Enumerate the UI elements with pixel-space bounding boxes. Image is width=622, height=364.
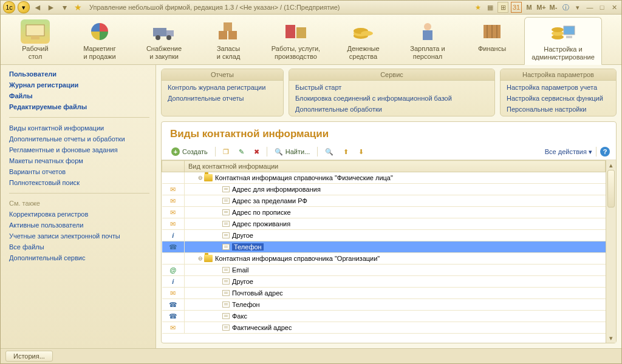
m-button[interactable]: M: [524, 2, 534, 12]
all-actions-button[interactable]: Все действия ▾: [545, 148, 592, 156]
delete-button[interactable]: ✖: [250, 147, 263, 157]
app-logo-icon[interactable]: 1c: [3, 1, 15, 13]
sidebar-item[interactable]: Пользователи: [9, 69, 149, 79]
scroll-down-icon[interactable]: ▾: [606, 333, 616, 343]
svg-point-6: [166, 35, 171, 40]
nav-dd-icon[interactable]: ▾: [59, 2, 70, 13]
module-stock[interactable]: Запасы и склад: [196, 17, 261, 64]
sidebar-item[interactable]: Регламентные и фоновые задания: [9, 144, 149, 155]
panel-item[interactable]: Контроль журнала регистрации: [162, 82, 283, 93]
module-desktop[interactable]: Рабочий стол: [3, 17, 67, 64]
row-label: Адрес для информирования: [232, 186, 321, 193]
sidebar-separator: [9, 193, 149, 194]
panel-item[interactable]: Быстрый старт: [289, 82, 494, 93]
table-row[interactable]: Другое: [162, 230, 606, 241]
row-label: Контактная информация справочника "Физич…: [215, 174, 393, 181]
sidebar-item[interactable]: Виды контактной информации: [9, 123, 149, 133]
row-type-icon: [162, 230, 185, 241]
table-row[interactable]: Email: [162, 265, 606, 276]
sidebar-item[interactable]: Дополнительные отчеты и обработки: [9, 133, 149, 144]
sidebar-item[interactable]: Полнотекстовый поиск: [9, 177, 149, 188]
table-row[interactable]: Адрес по прописке: [162, 207, 606, 218]
fav2-icon[interactable]: ★: [473, 2, 483, 12]
titlebar-right: ★ ▦ ⊞ 31 M M+ M- ⓘ ▾ — □ ✕: [473, 2, 619, 13]
panel-item[interactable]: Дополнительные обработки: [289, 104, 494, 115]
up-button[interactable]: ⬆: [340, 147, 352, 157]
svg-rect-4: [166, 30, 174, 36]
help-icon[interactable]: ?: [600, 147, 610, 157]
sidebar-item[interactable]: Макеты печатных форм: [9, 155, 149, 166]
item-icon: [222, 313, 230, 319]
table-row[interactable]: Фактический адрес: [162, 322, 606, 334]
minimize-icon[interactable]: —: [585, 2, 595, 12]
scroll-thumb[interactable]: [607, 170, 615, 207]
table-row[interactable]: Факс: [162, 311, 606, 322]
close-icon[interactable]: ✕: [609, 2, 619, 12]
window-title: Управление небольшой фирмой, редакция 1.…: [89, 4, 471, 11]
m-plus-button[interactable]: M+: [536, 2, 546, 12]
clear-search-button[interactable]: 🔍: [321, 147, 337, 157]
table-row[interactable]: Адрес проживания: [162, 218, 606, 230]
sidebar-item[interactable]: Дополнительный сервис: [9, 252, 149, 263]
col-icon[interactable]: [162, 161, 185, 172]
info-icon[interactable]: ⓘ: [561, 2, 570, 12]
sidebar-item[interactable]: Все файлы: [9, 241, 149, 252]
calendar-icon[interactable]: 31: [511, 2, 522, 13]
sidebar-item[interactable]: Корректировка регистров: [9, 209, 149, 220]
table-row[interactable]: Телефон: [162, 299, 606, 311]
table-row[interactable]: Телефон: [162, 241, 606, 253]
maximize-icon[interactable]: □: [597, 2, 607, 12]
dropdown-icon[interactable]: ▾: [18, 1, 30, 13]
table-wrap: Вид контактной информации ⊖Контактная ин…: [162, 160, 616, 343]
table-row[interactable]: Адрес для информирования: [162, 184, 606, 195]
sidebar-item[interactable]: Учетные записи электронной почты: [9, 231, 149, 241]
calc-icon[interactable]: ⊞: [497, 2, 508, 13]
sidebar-item[interactable]: Редактируемые файлы: [9, 101, 149, 112]
favorite-icon[interactable]: ★: [72, 2, 83, 13]
sidebar-item[interactable]: Журнал регистрации: [9, 79, 149, 90]
table-row[interactable]: ⊖Контактная информация справочника "Орга…: [162, 253, 606, 265]
edit-button[interactable]: ✎: [235, 147, 248, 157]
scroll-up-icon[interactable]: ▴: [606, 160, 616, 170]
copy-button[interactable]: ❐: [219, 147, 233, 157]
svg-rect-1: [31, 36, 39, 39]
info-dd-icon[interactable]: ▾: [573, 2, 583, 12]
panel-item[interactable]: Настройка сервисных функций: [501, 93, 616, 104]
col-header[interactable]: Вид контактной информации: [185, 161, 606, 172]
panel-item[interactable]: Дополнительные отчеты: [162, 93, 283, 104]
module-money[interactable]: Денежные средства: [331, 17, 395, 64]
down-button[interactable]: ⬇: [355, 147, 367, 157]
panel-header: Отчеты: [162, 69, 283, 81]
panel-item[interactable]: Блокировка соединений с информационной б…: [289, 93, 494, 104]
module-admin[interactable]: Настройка и администрирование: [524, 17, 602, 65]
history-button[interactable]: История...: [5, 351, 53, 362]
panel-item[interactable]: Персональные настройки: [501, 104, 616, 115]
table-row[interactable]: Адрес за пределами РФ: [162, 195, 606, 207]
svg-point-24: [552, 27, 564, 32]
table-row[interactable]: Другое: [162, 276, 606, 288]
separator: [317, 147, 318, 157]
module-supply[interactable]: Снабжение и закупки: [132, 17, 196, 64]
module-salary[interactable]: Зарплата и персонал: [395, 17, 460, 64]
module-marketing[interactable]: Маркетинг и продажи: [67, 17, 132, 64]
create-button[interactable]: + Создать: [168, 146, 211, 157]
m-minus-button[interactable]: M-: [549, 2, 558, 12]
sidebar-item[interactable]: Активные пользователи: [9, 220, 149, 231]
row-label: Почтовый адрес: [232, 289, 283, 297]
scrollbar-vertical[interactable]: ▴ ▾: [606, 160, 616, 343]
nav-fwd-icon[interactable]: ►: [46, 2, 56, 13]
titlebar: 1c ▾ ◄ ► ▾ ★ Управление небольшой фирмой…: [1, 1, 621, 15]
svg-rect-10: [285, 25, 295, 38]
expander-icon[interactable]: ⊖: [197, 175, 204, 181]
sidebar-item[interactable]: Варианты отчетов: [9, 166, 149, 177]
panel-item[interactable]: Настройка параметров учета: [501, 82, 616, 93]
doc-icon[interactable]: ▦: [485, 2, 495, 12]
table-row[interactable]: Почтовый адрес: [162, 288, 606, 299]
module-finance[interactable]: Финансы: [460, 17, 524, 64]
nav-back-icon[interactable]: ◄: [32, 2, 43, 13]
module-works[interactable]: Работы, услуги, производство: [261, 17, 331, 64]
expander-icon[interactable]: ⊖: [197, 255, 204, 261]
table-row[interactable]: ⊖Контактная информация справочника "Физи…: [162, 172, 606, 184]
find-button[interactable]: 🔍 Найти...: [271, 147, 314, 157]
sidebar-item[interactable]: Файлы: [9, 90, 149, 101]
